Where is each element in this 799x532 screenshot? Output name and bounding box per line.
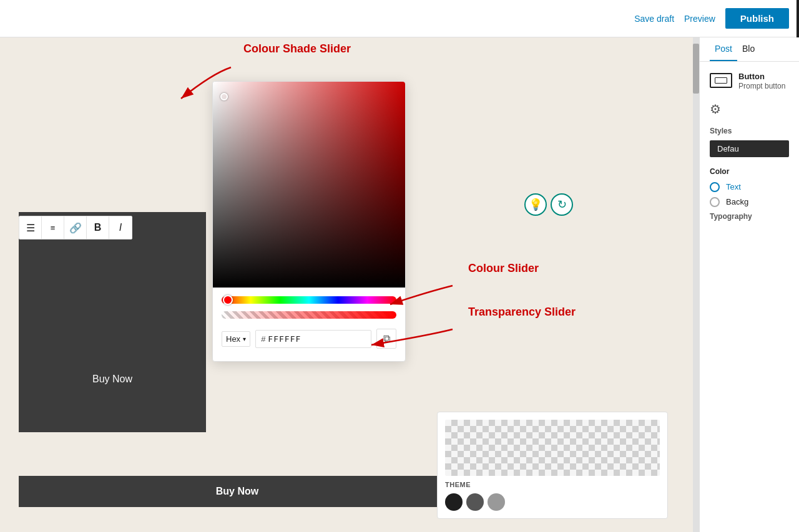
colour-gradient-picker[interactable]: [213, 82, 405, 288]
color-text-radio[interactable]: [710, 182, 720, 192]
buy-now-small-button[interactable]: Buy Now: [19, 364, 206, 395]
scroll-track[interactable]: [693, 37, 699, 532]
block-desc: Prompt button: [738, 81, 785, 92]
copy-colour-button[interactable]: ⧉: [376, 329, 396, 349]
save-draft-button[interactable]: Save draft: [634, 14, 674, 24]
theme-label: THEME: [445, 481, 660, 488]
tab-block[interactable]: Blo: [737, 37, 760, 61]
block-icon-inner: [715, 77, 727, 84]
checker-preview: [445, 420, 660, 476]
copy-icon: ⧉: [383, 333, 390, 344]
colour-slider[interactable]: [222, 296, 396, 304]
bold-button[interactable]: B: [87, 216, 109, 239]
color-text-label: Text: [726, 182, 741, 191]
color-bg-radio[interactable]: [710, 197, 720, 207]
chevron-down-icon: ▾: [243, 336, 246, 342]
typography-label: Typography: [710, 212, 789, 221]
swatch-3[interactable]: [488, 493, 505, 511]
sidebar-content: Button Prompt button ⚙ Styles Defau Colo…: [700, 62, 799, 231]
link-icon: 🔗: [69, 222, 82, 234]
italic-icon: I: [119, 222, 122, 233]
align-center-icon: ≡: [51, 223, 56, 233]
sidebar-tabs: Post Blo: [700, 37, 799, 62]
header-border: [797, 0, 799, 37]
styles-label: Styles: [710, 127, 789, 135]
publish-button[interactable]: Publish: [725, 8, 789, 29]
hex-value[interactable]: FFFFFF: [268, 334, 366, 344]
align-center-button[interactable]: ≡: [42, 216, 64, 239]
hex-input-box: # FFFFFF: [255, 330, 371, 348]
color-picker-popup: Hex ▾ # FFFFFF ⧉: [212, 81, 406, 362]
tab-post[interactable]: Post: [710, 37, 737, 61]
block-icon: [710, 73, 732, 88]
hex-format-label: Hex: [226, 334, 240, 344]
scroll-thumb[interactable]: [693, 44, 699, 94]
dark-button-top[interactable]: [19, 212, 206, 432]
transparency-slider[interactable]: [222, 311, 396, 319]
colour-slider-thumb[interactable]: [223, 295, 233, 305]
color-bg-option[interactable]: Backg: [710, 197, 789, 207]
swatch-2[interactable]: [466, 493, 484, 511]
hex-format-select[interactable]: Hex ▾: [222, 331, 250, 347]
gear-icon[interactable]: ⚙: [710, 102, 789, 117]
right-sidebar: Post Blo Button Prompt button ⚙ Styles D…: [699, 0, 799, 532]
refresh-icon[interactable]: ↻: [551, 193, 573, 216]
color-text-option[interactable]: Text: [710, 182, 789, 192]
theme-palette: THEME: [437, 412, 668, 519]
lightbulb-icon[interactable]: 💡: [524, 193, 547, 216]
gradient-base: [213, 82, 405, 288]
block-title: Button: [738, 72, 785, 81]
default-style-button[interactable]: Defau: [710, 140, 789, 157]
bold-icon: B: [94, 222, 102, 233]
color-bg-label: Backg: [726, 197, 748, 206]
block-description: Button Prompt button: [738, 72, 785, 92]
header-bar: Save draft Preview Publish: [0, 0, 799, 37]
swatch-1[interactable]: [445, 493, 463, 511]
gradient-cursor[interactable]: [220, 93, 228, 100]
link-button[interactable]: 🔗: [64, 216, 87, 239]
colour-slider-row: [213, 288, 405, 306]
preview-button[interactable]: Preview: [684, 14, 715, 24]
align-left-icon: ☰: [26, 222, 35, 234]
block-preview: Button Prompt button: [710, 72, 789, 92]
theme-swatches: [445, 493, 660, 511]
hex-input-row: Hex ▾ # FFFFFF ⧉: [213, 324, 405, 354]
italic-button[interactable]: I: [109, 216, 132, 239]
align-left-button[interactable]: ☰: [19, 216, 42, 239]
transparency-slider-row: [213, 306, 405, 324]
hex-hash: #: [261, 334, 265, 344]
buy-now-large-button[interactable]: Buy Now: [19, 476, 456, 507]
formatting-toolbar: ☰ ≡ 🔗 B I: [19, 216, 132, 239]
color-label: Color: [710, 167, 789, 176]
floating-tools: 💡 ↻: [524, 193, 573, 216]
